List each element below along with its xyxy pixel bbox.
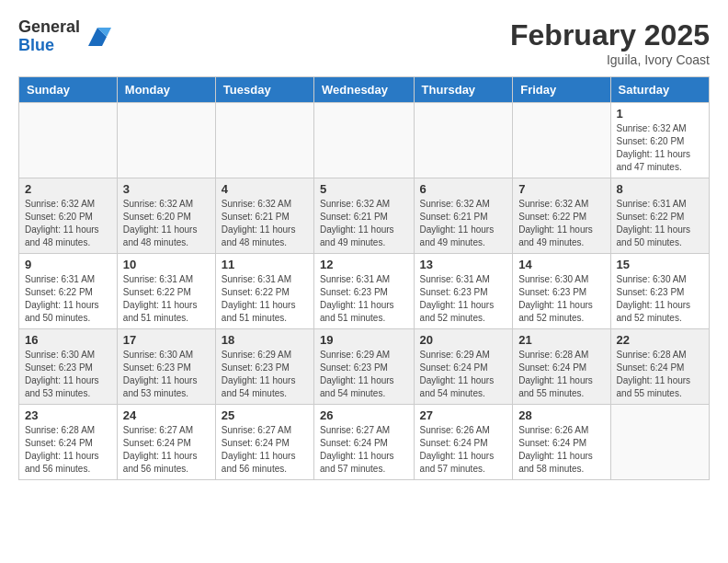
day-number: 21: [518, 333, 604, 347]
calendar-day: 16Sunrise: 6:30 AM Sunset: 6:23 PM Dayli…: [19, 329, 118, 405]
calendar-day: 22Sunrise: 6:28 AM Sunset: 6:24 PM Dayli…: [610, 329, 709, 405]
day-number: 12: [320, 258, 408, 271]
day-info: Sunrise: 6:26 AM Sunset: 6:24 PM Dayligh…: [420, 424, 507, 476]
day-info: Sunrise: 6:29 AM Sunset: 6:24 PM Dayligh…: [420, 349, 507, 400]
calendar-day: 14Sunrise: 6:30 AM Sunset: 6:23 PM Dayli…: [513, 254, 610, 329]
logo-general: General: [18, 18, 80, 37]
day-info: Sunrise: 6:27 AM Sunset: 6:24 PM Dayligh…: [320, 424, 408, 476]
calendar-day: 13Sunrise: 6:31 AM Sunset: 6:23 PM Dayli…: [414, 254, 513, 329]
day-info: Sunrise: 6:27 AM Sunset: 6:24 PM Dayligh…: [222, 424, 308, 476]
calendar-table: SundayMondayTuesdayWednesdayThursdayFrid…: [18, 76, 710, 480]
weekday-header-saturday: Saturday: [610, 77, 709, 103]
calendar-day: 2Sunrise: 6:32 AM Sunset: 6:20 PM Daylig…: [19, 178, 118, 254]
day-number: 13: [420, 258, 507, 271]
day-info: Sunrise: 6:32 AM Sunset: 6:21 PM Dayligh…: [222, 198, 308, 249]
day-number: 2: [25, 182, 111, 196]
day-number: 14: [518, 258, 604, 271]
day-info: Sunrise: 6:31 AM Sunset: 6:23 PM Dayligh…: [320, 273, 408, 325]
day-number: 22: [617, 333, 703, 347]
calendar-day: 20Sunrise: 6:29 AM Sunset: 6:24 PM Dayli…: [414, 329, 513, 405]
logo: General Blue: [18, 18, 111, 55]
day-number: 11: [222, 258, 308, 271]
calendar-day: 3Sunrise: 6:32 AM Sunset: 6:20 PM Daylig…: [117, 178, 215, 254]
calendar-day: 7Sunrise: 6:32 AM Sunset: 6:22 PM Daylig…: [513, 178, 610, 254]
day-info: Sunrise: 6:30 AM Sunset: 6:23 PM Dayligh…: [123, 349, 210, 400]
month-title: February 2025: [510, 18, 710, 52]
calendar-day: [414, 103, 513, 178]
day-info: Sunrise: 6:26 AM Sunset: 6:24 PM Dayligh…: [518, 424, 604, 476]
logo-icon: [84, 23, 111, 51]
day-number: 15: [617, 258, 703, 271]
day-info: Sunrise: 6:28 AM Sunset: 6:24 PM Dayligh…: [25, 424, 111, 476]
day-info: Sunrise: 6:29 AM Sunset: 6:23 PM Dayligh…: [320, 349, 408, 400]
day-info: Sunrise: 6:32 AM Sunset: 6:20 PM Dayligh…: [25, 198, 111, 249]
day-info: Sunrise: 6:31 AM Sunset: 6:23 PM Dayligh…: [420, 273, 507, 325]
calendar-day: 23Sunrise: 6:28 AM Sunset: 6:24 PM Dayli…: [19, 405, 118, 480]
calendar-day: 26Sunrise: 6:27 AM Sunset: 6:24 PM Dayli…: [314, 405, 415, 480]
day-number: 19: [320, 333, 408, 347]
calendar-day: 5Sunrise: 6:32 AM Sunset: 6:21 PM Daylig…: [314, 178, 415, 254]
day-number: 6: [420, 182, 507, 196]
calendar-day: 8Sunrise: 6:31 AM Sunset: 6:22 PM Daylig…: [610, 178, 709, 254]
day-number: 5: [320, 182, 408, 196]
weekday-header-friday: Friday: [513, 77, 610, 103]
day-info: Sunrise: 6:32 AM Sunset: 6:20 PM Dayligh…: [123, 198, 210, 249]
day-number: 17: [123, 333, 210, 347]
day-info: Sunrise: 6:28 AM Sunset: 6:24 PM Dayligh…: [617, 349, 703, 400]
day-number: 28: [518, 408, 604, 422]
calendar-day: 28Sunrise: 6:26 AM Sunset: 6:24 PM Dayli…: [513, 405, 610, 480]
day-number: 24: [123, 408, 210, 422]
day-info: Sunrise: 6:31 AM Sunset: 6:22 PM Dayligh…: [25, 273, 111, 325]
day-number: 10: [123, 258, 210, 271]
calendar-day: 17Sunrise: 6:30 AM Sunset: 6:23 PM Dayli…: [117, 329, 215, 405]
weekday-header-tuesday: Tuesday: [215, 77, 313, 103]
day-info: Sunrise: 6:32 AM Sunset: 6:22 PM Dayligh…: [518, 198, 604, 249]
calendar-week-4: 23Sunrise: 6:28 AM Sunset: 6:24 PM Dayli…: [19, 405, 710, 480]
day-number: 8: [617, 182, 703, 196]
day-number: 23: [25, 408, 111, 422]
calendar-week-3: 16Sunrise: 6:30 AM Sunset: 6:23 PM Dayli…: [19, 329, 710, 405]
calendar-week-0: 1Sunrise: 6:32 AM Sunset: 6:20 PM Daylig…: [19, 103, 710, 178]
day-info: Sunrise: 6:30 AM Sunset: 6:23 PM Dayligh…: [25, 349, 111, 400]
location: Iguila, Ivory Coast: [510, 52, 710, 67]
calendar-day: 1Sunrise: 6:32 AM Sunset: 6:20 PM Daylig…: [610, 103, 709, 178]
day-number: 1: [617, 107, 703, 121]
calendar-day: 6Sunrise: 6:32 AM Sunset: 6:21 PM Daylig…: [414, 178, 513, 254]
calendar-day: [19, 103, 118, 178]
day-info: Sunrise: 6:31 AM Sunset: 6:22 PM Dayligh…: [617, 198, 703, 249]
weekday-header-sunday: Sunday: [19, 77, 118, 103]
weekday-header-wednesday: Wednesday: [314, 77, 415, 103]
calendar-day: 27Sunrise: 6:26 AM Sunset: 6:24 PM Dayli…: [414, 405, 513, 480]
page-header: General Blue February 2025 Iguila, Ivory…: [18, 18, 710, 67]
day-number: 20: [420, 333, 507, 347]
calendar-header-row: SundayMondayTuesdayWednesdayThursdayFrid…: [19, 77, 710, 103]
day-number: 27: [420, 408, 507, 422]
day-info: Sunrise: 6:32 AM Sunset: 6:21 PM Dayligh…: [320, 198, 408, 249]
day-number: 18: [222, 333, 308, 347]
calendar-day: 21Sunrise: 6:28 AM Sunset: 6:24 PM Dayli…: [513, 329, 610, 405]
day-info: Sunrise: 6:32 AM Sunset: 6:20 PM Dayligh…: [617, 122, 703, 174]
calendar-day: 4Sunrise: 6:32 AM Sunset: 6:21 PM Daylig…: [215, 178, 313, 254]
day-number: 25: [222, 408, 308, 422]
calendar-day: 12Sunrise: 6:31 AM Sunset: 6:23 PM Dayli…: [314, 254, 415, 329]
day-info: Sunrise: 6:27 AM Sunset: 6:24 PM Dayligh…: [123, 424, 210, 476]
day-number: 16: [25, 333, 111, 347]
calendar-day: 11Sunrise: 6:31 AM Sunset: 6:22 PM Dayli…: [215, 254, 313, 329]
day-number: 3: [123, 182, 210, 196]
calendar-day: [610, 405, 709, 480]
calendar-week-1: 2Sunrise: 6:32 AM Sunset: 6:20 PM Daylig…: [19, 178, 710, 254]
calendar-day: [513, 103, 610, 178]
day-info: Sunrise: 6:31 AM Sunset: 6:22 PM Dayligh…: [222, 273, 308, 325]
day-number: 7: [518, 182, 604, 196]
day-info: Sunrise: 6:29 AM Sunset: 6:23 PM Dayligh…: [222, 349, 308, 400]
day-number: 4: [222, 182, 308, 196]
day-info: Sunrise: 6:30 AM Sunset: 6:23 PM Dayligh…: [617, 273, 703, 325]
calendar-day: 25Sunrise: 6:27 AM Sunset: 6:24 PM Dayli…: [215, 405, 313, 480]
weekday-header-thursday: Thursday: [414, 77, 513, 103]
weekday-header-monday: Monday: [117, 77, 215, 103]
calendar-day: 10Sunrise: 6:31 AM Sunset: 6:22 PM Dayli…: [117, 254, 215, 329]
day-info: Sunrise: 6:28 AM Sunset: 6:24 PM Dayligh…: [518, 349, 604, 400]
calendar-day: 9Sunrise: 6:31 AM Sunset: 6:22 PM Daylig…: [19, 254, 118, 329]
day-info: Sunrise: 6:31 AM Sunset: 6:22 PM Dayligh…: [123, 273, 210, 325]
calendar-day: [215, 103, 313, 178]
